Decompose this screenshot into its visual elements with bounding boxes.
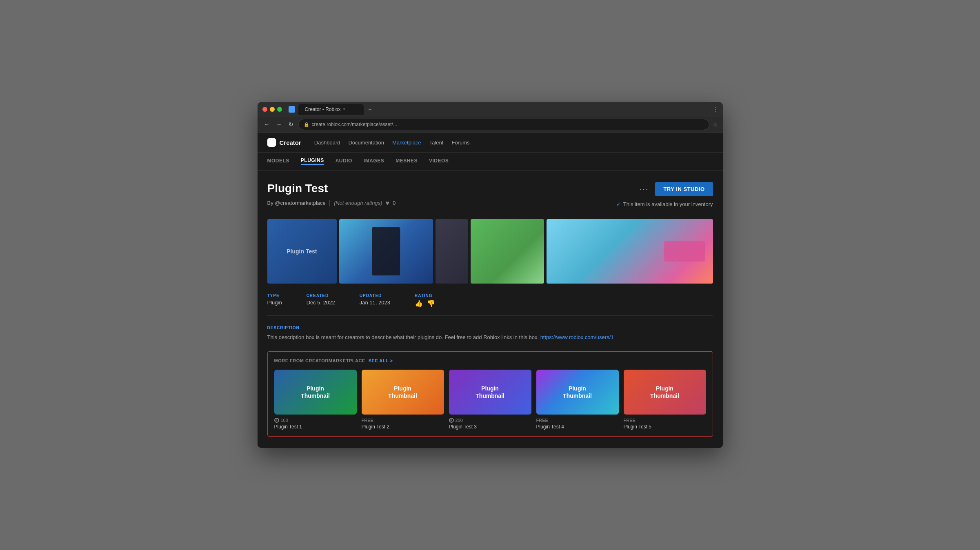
description-text: This description box is meant for creato… <box>267 333 713 342</box>
thumb-label-1: PluginThumbnail <box>298 381 333 403</box>
traffic-lights <box>262 107 282 112</box>
meta-separator: | <box>329 200 331 207</box>
reload-button[interactable]: ↻ <box>287 120 295 129</box>
plugin-card-4[interactable]: PluginThumbnail FREE Plugin Test 4 <box>536 370 619 430</box>
forward-button[interactable]: → <box>275 120 284 129</box>
tab-title: Creator - Roblox <box>305 106 341 112</box>
browser-tab[interactable]: Creator - Roblox × <box>298 104 364 115</box>
bookmark-icon[interactable]: ☆ <box>713 121 718 128</box>
minimize-button[interactable] <box>270 107 275 112</box>
screenshot-3[interactable] <box>436 219 468 284</box>
subnav-plugins[interactable]: PLUGINS <box>301 157 324 165</box>
nav-marketplace[interactable]: Marketplace <box>392 140 421 146</box>
nav-documentation[interactable]: Documentation <box>348 140 384 146</box>
subnav-meshes[interactable]: MESHES <box>396 158 418 164</box>
app-header: Creator Dashboard Documentation Marketpl… <box>258 133 723 153</box>
like-count: 0 <box>393 200 396 206</box>
tab-close-icon[interactable]: × <box>343 107 346 111</box>
description-label: DESCRIPTION <box>267 326 713 330</box>
thumbs-down-button[interactable]: 👎 <box>427 299 435 307</box>
address-text: create.roblox.com/marketplace/asset/... <box>312 122 704 127</box>
plugin-name-3: Plugin Test 3 <box>449 424 531 430</box>
browser-toolbar: ← → ↻ 🔒 create.roblox.com/marketplace/as… <box>258 117 723 133</box>
thumbs-up-button[interactable]: 👍 <box>415 299 423 307</box>
inventory-notice: ✓ This item is available in your invento… <box>616 201 713 207</box>
description-section: DESCRIPTION This description box is mean… <box>267 326 713 342</box>
browser-window: Creator - Roblox × + ⋮ ← → ↻ 🔒 create.ro… <box>258 102 723 448</box>
more-from-header: MORE FROM CREATORMARKETPLACE SEE ALL > <box>274 358 706 363</box>
rating-text: (Not enough ratings) <box>334 200 382 206</box>
more-from-label: MORE FROM CREATORMARKETPLACE <box>274 358 365 363</box>
plugin-card-5[interactable]: PluginThumbnail FREE Plugin Test 5 <box>624 370 706 430</box>
toolbar-icons: ☆ <box>713 121 718 128</box>
new-tab-button[interactable]: + <box>369 106 372 113</box>
type-value: Plugin <box>267 299 282 306</box>
subnav-videos[interactable]: VIDEOS <box>429 158 449 164</box>
subnav-images[interactable]: IMAGES <box>364 158 384 164</box>
window-more-icon[interactable]: ⋮ <box>713 106 718 112</box>
plugin-price-2: FREE <box>362 418 444 423</box>
screenshot-5[interactable] <box>547 219 713 284</box>
lock-icon: 🔒 <box>304 122 309 127</box>
try-in-studio-button[interactable]: TRY IN STUDIO <box>655 182 713 196</box>
plugin-price-1: R 100 <box>274 418 357 423</box>
plugin-header: Plugin Test ··· TRY IN STUDIO <box>267 182 713 196</box>
browser-favicon <box>289 106 295 113</box>
plugin-price-4: FREE <box>536 418 619 423</box>
plugin-name-4: Plugin Test 4 <box>536 424 619 430</box>
plugin-thumbnail-1: PluginThumbnail <box>274 370 357 415</box>
plugin-card-3[interactable]: PluginThumbnail R 200 Plugin Test 3 <box>449 370 531 430</box>
plugin-grid: PluginThumbnail R 100 Plugin Test 1 Plug… <box>274 370 706 430</box>
plugin-thumbnail-2: PluginThumbnail <box>362 370 444 415</box>
maximize-button[interactable] <box>277 107 282 112</box>
browser-titlebar: Creator - Roblox × + ⋮ <box>258 102 723 117</box>
created-value: Dec 5, 2022 <box>307 299 335 306</box>
more-options-button[interactable]: ··· <box>640 184 649 194</box>
main-content: Plugin Test ··· TRY IN STUDIO By @creato… <box>258 171 723 448</box>
plugin-meta: By @creatormarketplace | (Not enough rat… <box>267 200 396 207</box>
more-from-section: MORE FROM CREATORMARKETPLACE SEE ALL > P… <box>267 351 713 437</box>
main-nav: Dashboard Documentation Marketplace Tale… <box>314 139 470 146</box>
plugin-thumbnail-3: PluginThumbnail <box>449 370 531 415</box>
meta-created: CREATED Dec 5, 2022 <box>307 293 335 307</box>
meta-type: TYPE Plugin <box>267 293 282 307</box>
close-button[interactable] <box>262 107 267 112</box>
thumb-label-4: PluginThumbnail <box>560 381 595 403</box>
plugin-price-3: R 200 <box>449 418 531 423</box>
inventory-text: This item is available in your inventory <box>623 201 713 207</box>
rating-label: RATING <box>415 293 435 298</box>
sub-nav: MODELS PLUGINS AUDIO IMAGES MESHES VIDEO… <box>258 153 723 171</box>
nav-talent[interactable]: Talent <box>429 140 444 146</box>
meta-rating: RATING 👍 👎 <box>415 293 435 307</box>
plugin-price-5: FREE <box>624 418 706 423</box>
description-link[interactable]: https://www.roblox.com/users/1 <box>540 334 614 340</box>
header-actions: ··· TRY IN STUDIO <box>640 182 713 196</box>
plugin-card-2[interactable]: PluginThumbnail FREE Plugin Test 2 <box>362 370 444 430</box>
updated-label: UPDATED <box>360 293 390 298</box>
nav-dashboard[interactable]: Dashboard <box>314 140 340 146</box>
created-label: CREATED <box>307 293 335 298</box>
plugin-thumbnail-4: PluginThumbnail <box>536 370 619 415</box>
screenshot-1-label: Plugin Test <box>287 248 317 255</box>
plugin-name-1: Plugin Test 1 <box>274 424 357 430</box>
creator-logo-icon <box>267 138 276 147</box>
logo-area: Creator <box>267 138 301 147</box>
titlebar-right: ⋮ <box>713 106 718 112</box>
back-button[interactable]: ← <box>262 120 271 129</box>
screenshot-2[interactable] <box>339 219 433 284</box>
see-all-link[interactable]: SEE ALL > <box>369 358 393 363</box>
logo-text: Creator <box>280 139 301 146</box>
subnav-audio[interactable]: AUDIO <box>336 158 352 164</box>
meta-updated: UPDATED Jan 11, 2023 <box>360 293 390 307</box>
plugin-title: Plugin Test <box>267 182 328 195</box>
screenshot-1[interactable]: Plugin Test <box>267 219 337 284</box>
screenshots-row: Plugin Test <box>267 219 713 284</box>
thumb-label-5: PluginThumbnail <box>647 381 682 403</box>
heart-icon: ♥ <box>385 200 389 207</box>
address-bar[interactable]: 🔒 create.roblox.com/marketplace/asset/..… <box>298 119 709 130</box>
plugin-thumbnail-5: PluginThumbnail <box>624 370 706 415</box>
plugin-card-1[interactable]: PluginThumbnail R 100 Plugin Test 1 <box>274 370 357 430</box>
screenshot-4[interactable] <box>471 219 544 284</box>
subnav-models[interactable]: MODELS <box>267 158 289 164</box>
nav-forums[interactable]: Forums <box>451 140 469 146</box>
